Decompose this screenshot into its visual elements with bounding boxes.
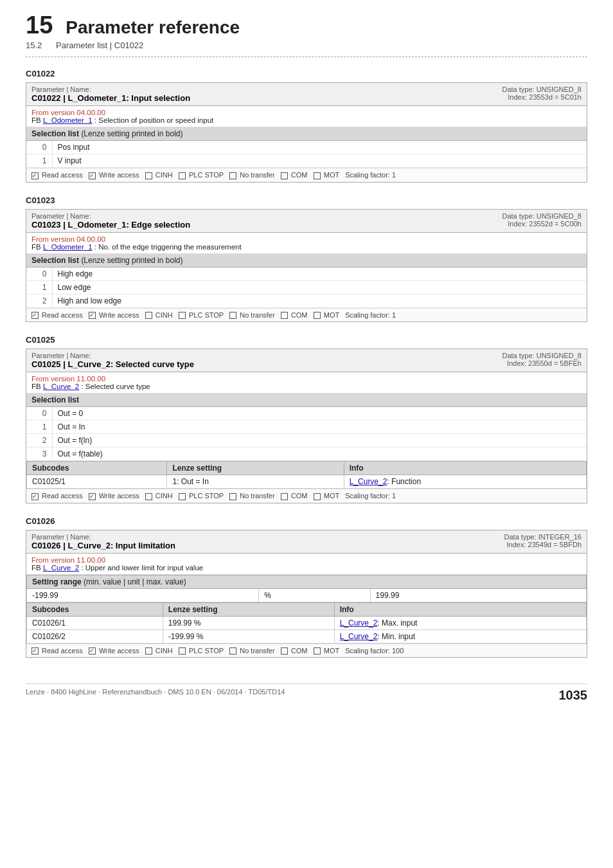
no-transfer-check [229,493,236,500]
no-transfer-check [229,172,236,179]
version-link-c01025[interactable]: L_Curve_2 [43,383,79,390]
range-header-row: Setting range (min. value | unit | max. … [27,575,587,588]
write-access-check [89,493,96,500]
param-footer-c01023: Read access Write access CINH PLC STOP N… [26,308,587,322]
param-label-c01022: Parameter | Name: [31,86,190,93]
param-name-c01023: C01023 | L_Odometer_1: Edge selection [31,220,190,230]
table-row: 0 Pos input [26,141,587,154]
range-min: -199.99 [27,588,259,602]
cinh-check [145,647,152,655]
version-rest-c01022: : Selection of position or speed input [94,116,213,124]
version-rest-c01023: : No. of the edge triggering the measure… [94,243,242,251]
subcodes-header-row: Subcodes Lenze setting Info [27,602,587,616]
subcode-link[interactable]: L_Curve_2 [340,619,378,628]
page-header: 15 Parameter reference [26,13,587,38]
subcode-link[interactable]: L_Curve_2 [350,477,387,486]
param-version-c01025: From version 11.00.00 FB L_Curve_2 : Sel… [26,372,587,393]
data-type-c01022: Data type: UNSIGNED_8 [502,86,582,93]
subcodes-col3-header: Info [344,462,586,475]
table-row: C01026/1 199.99 % L_Curve_2: Max. input [27,616,587,629]
com-check [281,493,288,500]
com-check [281,172,288,179]
subcodes-col3-header: Info [334,602,586,616]
plc-stop-check [179,493,186,500]
version-link-c01022[interactable]: L_Odometer_1 [43,116,93,124]
subcodes-col1-header: Subcodes [27,602,163,616]
table-row: 1 V input [26,154,587,168]
subcodes-col1-header: Subcodes [27,462,167,475]
page-footer: Lenze · 8400 HighLine · Referenzhandbuch… [26,683,587,703]
version-link-c01026[interactable]: L_Curve_2 [43,564,79,572]
page-title: Parameter reference [66,17,240,38]
subcodes-table-c01026: Subcodes Lenze setting Info C01026/1 199… [26,602,587,644]
param-name-c01025: C01025 | L_Curve_2: Selected curve type [31,359,194,369]
version-fb-c01023: FB [31,243,41,251]
param-label-c01025: Parameter | Name: [31,352,194,359]
section-label-c01023: C01023 [26,195,587,205]
version-fb-c01026: FB [31,564,41,572]
subcode-link[interactable]: L_Curve_2 [340,632,378,641]
read-access-check [31,172,39,179]
mot-check [314,172,321,179]
plc-stop-check [179,312,186,319]
version-label-c01026: From version 11.00.00 [31,556,105,564]
param-version-c01026: From version 11.00.00 FB L_Curve_2 : Upp… [26,554,587,575]
subcodes-col2-header: Lenze setting [163,602,334,616]
section-label-c01022: C01022 [26,69,587,78]
selection-header-c01022: Selection list (Lenze setting printed in… [26,127,587,141]
index-c01026: Index: 23549d = 5BFDh [504,541,582,548]
param-footer-c01022: Read access Write access CINH PLC STOP N… [26,168,587,182]
mot-check [314,312,321,319]
version-label-c01022: From version 04.00.00 [31,109,105,116]
selection-table-c01025: 0 Out = 0 1 Out = In 2 Out = f(ln) 3 Out… [26,407,587,461]
param-version-c01022: From version 04.00.00 FB L_Odometer_1 : … [26,106,587,127]
subcodes-col2-header: Lenze setting [167,462,344,475]
write-access-check [89,312,96,319]
param-version-c01023: From version 04.00.00 FB L_Odometer_1 : … [26,233,587,254]
subcodes-header-row: Subcodes Lenze setting Info [27,462,587,475]
param-header-c01026: Parameter | Name: C01026 | L_Curve_2: In… [26,530,587,554]
range-header: Setting range (min. value | unit | max. … [27,575,587,588]
index-c01022: Index: 23553d = 5C01h [502,93,582,101]
table-row: 0 Out = 0 [26,407,587,420]
table-row: 1 Out = In [26,420,587,434]
param-header-c01022: Parameter | Name: C01022 | L_Odometer_1:… [26,83,587,106]
table-row: -199.99 % 199.99 [27,588,587,602]
data-type-c01023: Data type: UNSIGNED_8 [502,212,582,220]
section-label-c01026: C01026 [26,516,587,526]
subtitle-text: Parameter list | C01022 [56,41,143,50]
selection-header-c01023: Selection list (Lenze setting printed in… [26,254,587,267]
version-rest-c01026: : Upper and lower limit for input value [81,564,203,572]
page-number: 15 [26,13,53,37]
param-label-c01026: Parameter | Name: [31,533,175,541]
param-block-c01023: Parameter | Name: C01023 | L_Odometer_1:… [26,209,587,323]
selection-header-c01025: Selection list [26,393,587,407]
plc-stop-check [179,172,186,179]
write-access-check [89,647,96,655]
version-rest-c01025: : Selected curve type [81,383,150,390]
param-name-c01022: C01022 | L_Odometer_1: Input selection [31,93,190,103]
param-block-c01022: Parameter | Name: C01022 | L_Odometer_1:… [26,82,587,183]
write-access-check [89,172,96,179]
subcodes-table-c01025: Subcodes Lenze setting Info C01025/1 1: … [26,461,587,489]
page-subtitle: 15.2 Parameter list | C01022 [26,41,587,50]
data-type-c01026: Data type: INTEGER_16 [504,533,582,541]
divider [26,57,587,57]
read-access-check [31,493,39,500]
range-unit: % [259,588,370,602]
mot-check [314,493,321,500]
no-transfer-check [229,647,236,655]
param-name-c01026: C01026 | L_Curve_2: Input limitation [31,541,175,550]
param-header-c01025: Parameter | Name: C01025 | L_Curve_2: Se… [26,349,587,372]
version-fb-c01022: FB [31,116,41,124]
version-label-c01023: From version 04.00.00 [31,235,105,243]
read-access-check [31,647,39,655]
range-max: 199.99 [370,588,586,602]
cinh-check [145,172,152,179]
read-access-check [31,312,39,319]
footer-left: Lenze · 8400 HighLine · Referenzhandbuch… [26,688,285,703]
setting-range-table-c01026: Setting range (min. value | unit | max. … [26,575,587,602]
mot-check [314,647,321,655]
version-link-c01023[interactable]: L_Odometer_1 [43,243,93,251]
version-fb-c01025: FB [31,383,41,390]
